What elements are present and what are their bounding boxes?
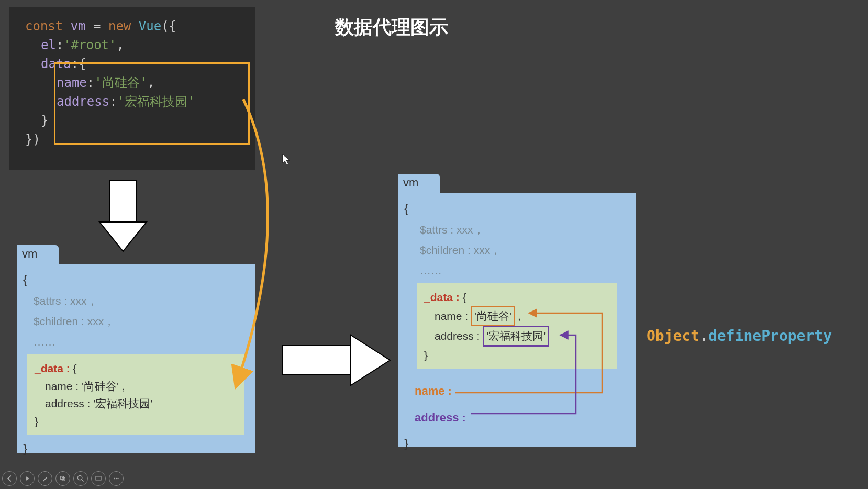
val-name: '尚硅谷' xyxy=(94,75,147,90)
brace-close-r: } xyxy=(404,432,630,455)
brace-open-l: { xyxy=(23,268,249,291)
vm-tab-right: vm xyxy=(398,174,440,193)
zoom-button[interactable] xyxy=(73,471,88,486)
data-key-r: _data : xyxy=(424,291,460,303)
code-block: const vm = new Vue({ el:'#root', data:{ … xyxy=(9,7,255,170)
data-inner-right: _data : { name : '尚硅谷' , address : '宏福科技… xyxy=(417,283,617,369)
close-paren: }) xyxy=(25,132,40,147)
data-key-l: _data : xyxy=(35,362,70,374)
svg-point-9 xyxy=(114,478,115,480)
d-addr-val-l: '宏福科技园' xyxy=(93,397,152,409)
val-el: '#root' xyxy=(63,38,116,52)
svg-line-7 xyxy=(81,479,83,481)
vm-tab-left: vm xyxy=(17,245,59,264)
d-name-val-l: '尚硅谷' xyxy=(82,380,119,392)
prop-name: name xyxy=(57,75,87,90)
slides-button[interactable] xyxy=(55,471,70,486)
d-name-val-r: '尚硅谷' xyxy=(471,306,515,326)
prop-el: el xyxy=(41,38,56,52)
d-name-comma-l: , xyxy=(119,380,125,392)
proxy-name: name : xyxy=(404,381,630,402)
svg-point-10 xyxy=(116,478,117,480)
d-addr-key-l: address : xyxy=(45,397,90,409)
arrow-down-white xyxy=(99,180,147,251)
val-address: '宏福科技园' xyxy=(117,94,195,109)
cursor-icon xyxy=(283,154,290,165)
kw-new: new xyxy=(108,19,131,34)
data-close-l: } xyxy=(35,415,38,427)
open-paren: ({ xyxy=(161,19,176,34)
dots-r: …… xyxy=(404,261,630,281)
more-button[interactable] xyxy=(109,471,124,486)
data-open-r: { xyxy=(463,291,466,303)
pen-button[interactable] xyxy=(38,471,52,486)
children-r: $children : xxx， xyxy=(404,240,630,261)
svg-marker-1 xyxy=(99,222,147,251)
define-property-label: Object.defineProperty xyxy=(647,327,832,344)
arrow-right-white xyxy=(283,335,390,385)
d-name-key-r: name : xyxy=(435,310,468,322)
vm-box-left: vm { $attrs : xxx， $children : xxx， …… _… xyxy=(17,264,255,453)
screen-button[interactable] xyxy=(91,471,106,486)
svg-marker-3 xyxy=(351,335,390,385)
children-l: $children : xxx， xyxy=(23,312,249,332)
attrs-r: $attrs : xxx， xyxy=(404,220,630,240)
data-close-r: } xyxy=(424,349,428,361)
prev-button[interactable] xyxy=(2,471,17,486)
brace-open-r: { xyxy=(404,197,630,220)
eq: = xyxy=(93,19,101,34)
var-vm: vm xyxy=(71,19,86,34)
odp-dot: . xyxy=(699,327,708,344)
data-open: :{ xyxy=(71,57,86,71)
d-name-key-l: name : xyxy=(45,380,79,392)
prop-data: data xyxy=(41,57,71,71)
svg-rect-0 xyxy=(110,180,136,222)
diagram-title: 数据代理图示 xyxy=(335,15,448,40)
odp-obj: Object xyxy=(647,327,699,344)
d-addr-val-r: '宏福科技园' xyxy=(483,326,549,347)
presentation-toolbar xyxy=(2,471,124,486)
attrs-l: $attrs : xxx， xyxy=(23,291,249,312)
d-addr-key-r: address : xyxy=(435,330,480,342)
dots-l: …… xyxy=(23,332,249,352)
data-open-l: { xyxy=(73,362,77,374)
data-close: } xyxy=(41,113,48,128)
brace-close-l: } xyxy=(23,437,249,460)
svg-point-11 xyxy=(117,478,119,480)
svg-rect-8 xyxy=(96,476,101,480)
odp-method: defineProperty xyxy=(708,327,832,344)
vm-box-right: vm { $attrs : xxx， $children : xxx， …… _… xyxy=(398,193,636,447)
play-button[interactable] xyxy=(20,471,35,486)
svg-rect-2 xyxy=(283,346,351,375)
prop-address: address xyxy=(57,94,109,109)
data-inner-left: _data : { name : '尚硅谷' , address : '宏福科技… xyxy=(27,354,244,435)
d-name-comma-r: , xyxy=(515,310,521,322)
proxy-address: address : xyxy=(404,407,630,429)
cls-vue: Vue xyxy=(139,19,161,34)
kw-const: const xyxy=(25,19,63,34)
